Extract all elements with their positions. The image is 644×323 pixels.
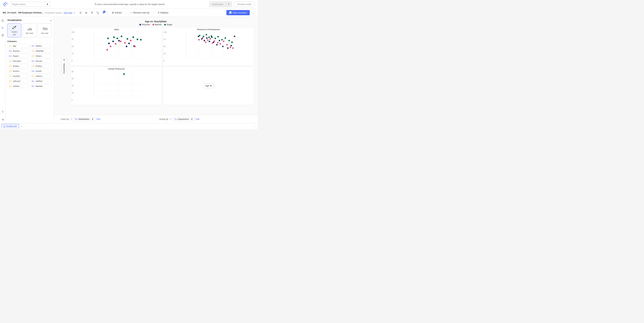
dot[interactable] [126,38,128,40]
dot[interactable] [126,46,128,47]
column-joblevel[interactable]: 123 JobLevel [8,79,29,83]
svg-point-61[interactable] [230,47,231,48]
quick-build-button[interactable]: Quick build ▼ [210,1,232,7]
svg-point-59[interactable] [223,41,224,42]
dot[interactable] [124,42,126,43]
dot[interactable] [140,39,142,40]
dot[interactable] [120,40,122,42]
svg-point-67[interactable] [211,35,212,37]
quick-build-dropdown-arrow[interactable]: ▼ [226,2,232,7]
column-distance[interactable]: 123 Distanc... [30,54,52,58]
search-button[interactable]: 🔍 [95,10,100,15]
column-jobsati[interactable]: 123 JobSati... [8,84,29,88]
column-gender[interactable]: Abc Gender [30,69,52,73]
column-educatif[interactable]: Abc Educati... [30,59,52,63]
dot[interactable] [132,36,134,38]
column-jobrole[interactable]: Abc JobRole [30,79,52,83]
svg-point-57[interactable] [217,42,218,43]
y-axis-select[interactable]: HourlyRate... ▼ [62,58,67,74]
filter-button[interactable]: ⚗ [90,10,94,15]
svg-point-53[interactable] [207,39,208,41]
svg-point-58[interactable] [220,43,221,45]
nav-menu[interactable]: ☰ [0,33,5,37]
nav-help[interactable]: ? [0,110,5,114]
app-logo[interactable] [3,2,8,7]
svg-point-51[interactable] [202,37,204,38]
dot[interactable] [112,40,114,42]
bar-chart-type[interactable]: Bar chart [23,23,36,37]
svg-point-60[interactable] [226,44,228,46]
dot[interactable] [137,38,138,40]
grid-view-button[interactable]: ⊞ [84,10,89,15]
dot[interactable] [116,37,118,39]
svg-point-55[interactable] [212,42,213,44]
svg-point-68[interactable] [214,38,216,39]
scatter-plot-tab[interactable]: ⊡ Scatter plot [1,124,19,129]
group-by-edit[interactable]: Edit [196,118,200,120]
data-visualizer-button[interactable]: 📊 Data visualizer [226,10,250,15]
color-by-info-icon[interactable]: ⓘ [70,118,72,120]
column-business[interactable]: Abc Busines... [8,49,29,53]
column-jobinvo[interactable]: 123 JobInvo... [30,74,52,78]
svg-point-65[interactable] [206,34,207,35]
list-view-button[interactable]: ☰ [78,10,83,15]
column-maritals[interactable]: Abc MaritalS... [30,84,52,88]
svg-point-64[interactable] [203,36,204,37]
remove-rows-button[interactable]: — Remove rows by [128,10,152,15]
column-employ1[interactable]: 123 Employ... [8,64,29,68]
svg-point-69[interactable] [217,36,219,37]
edit-sample-icon[interactable]: ✎ [74,11,75,14]
dot[interactable] [118,40,120,41]
column-depart[interactable]: Abc Depart... [8,54,29,58]
column-environ[interactable]: 123 Environ... [8,69,29,73]
svg-point-45[interactable] [219,40,220,41]
dot[interactable] [110,46,112,47]
dot[interactable] [128,42,130,44]
extract-button[interactable]: ⊞ Extract [110,10,124,15]
svg-point-63[interactable] [199,35,200,36]
viz-panel-collapse[interactable]: ⌄ [50,19,52,21]
svg-point-48[interactable] [230,45,232,46]
box-plot-type[interactable]: Box plot [38,23,52,37]
svg-point-72[interactable] [228,40,230,41]
sample-count[interactable]: 100 rows [64,11,72,14]
columns-button[interactable]: ⚙ 3 [101,10,106,15]
nav-export[interactable]: ⇥ [0,117,5,122]
dot[interactable] [106,49,108,51]
column-employ2[interactable]: 123 Employ... [30,64,52,68]
collapse-button[interactable]: ⌄ [251,10,255,15]
svg-point-39[interactable] [204,40,205,41]
dot[interactable] [134,46,136,47]
svg-point-54[interactable] [210,38,211,40]
svg-point-87[interactable] [123,73,125,75]
expand-button[interactable]: › [252,124,256,129]
add-tab-button[interactable]: + [20,124,24,129]
dot[interactable] [113,36,115,38]
svg-point-56[interactable] [214,40,215,42]
group-by-info-icon[interactable]: ⓘ [170,118,172,120]
svg-point-52[interactable] [205,41,206,43]
dot[interactable] [121,35,122,37]
target-column-select[interactable]: Target column ▼ [10,2,50,7]
column-attrition[interactable]: Abc Attrition [30,44,52,48]
svg-point-50[interactable] [198,39,200,40]
svg-point-46[interactable] [222,46,224,47]
preview-model-button[interactable]: Preview model [234,1,255,7]
dot[interactable] [108,42,110,44]
column-age[interactable]: 123 Age [8,44,29,48]
svg-point-66[interactable] [208,36,210,38]
group-by-select[interactable]: Abc Department... ▼ [173,117,194,121]
x-axis-select[interactable]: Age ▼ [203,83,214,88]
svg-point-40[interactable] [206,37,208,39]
svg-point-49[interactable] [234,36,235,37]
dot[interactable] [115,43,116,45]
color-by-edit[interactable]: Edit [96,118,100,120]
svg-point-62[interactable] [232,47,234,49]
color-by-select[interactable]: Abc MaritalStatu... ▼ [74,117,95,121]
svg-point-73[interactable] [231,41,233,43]
nav-home[interactable]: ⊡ [0,18,5,23]
replace-button[interactable]: ↺ Replace [156,10,170,15]
svg-point-70[interactable] [221,39,223,40]
svg-point-47[interactable] [227,47,228,49]
svg-point-71[interactable] [224,37,226,39]
